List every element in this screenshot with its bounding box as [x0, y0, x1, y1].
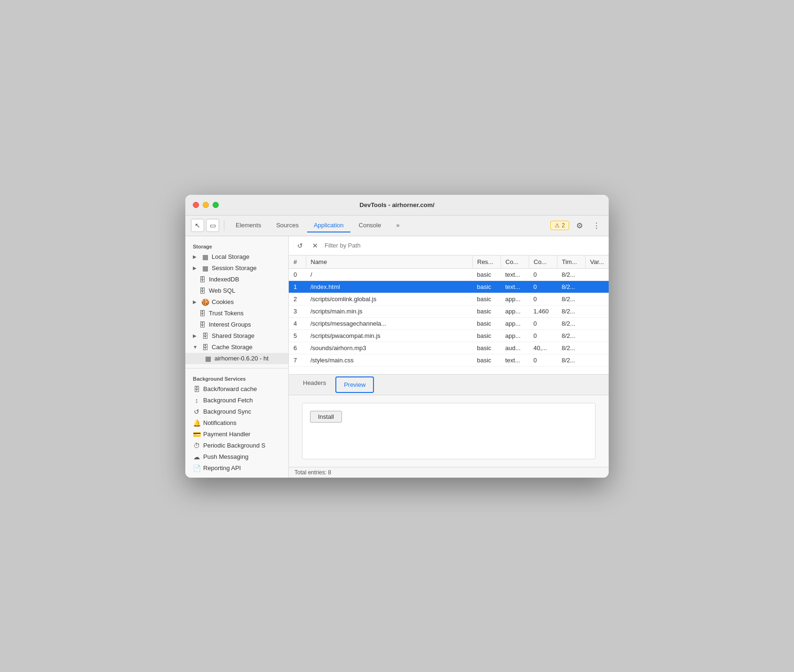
sidebar-item-label: Cache Storage: [212, 344, 253, 351]
preview-area: Install: [289, 395, 609, 467]
device-toolbar-button[interactable]: ▭: [206, 219, 219, 232]
sync-icon: ↺: [193, 408, 200, 416]
tab-sources[interactable]: Sources: [270, 219, 305, 232]
table-cell: 8/2...: [557, 317, 585, 329]
table-cell: /index.html: [306, 280, 472, 293]
table-cell: basic: [472, 280, 500, 293]
table-cell: 1,460: [529, 305, 557, 317]
col-header-tim[interactable]: Tim...: [557, 256, 585, 269]
sidebar-item-payment-handler[interactable]: 💳 Payment Handler: [185, 429, 288, 440]
table-cell: 8/2...: [557, 293, 585, 305]
cursor-icon: ↖: [195, 222, 200, 229]
col-header-co2[interactable]: Co...: [529, 256, 557, 269]
cache-table: # Name Res... Co... Co... Tim... Var... …: [289, 256, 609, 374]
sidebar-item-shared-storage[interactable]: ▶ 🗄 Shared Storage: [185, 330, 288, 342]
table-row[interactable]: 6/sounds/airhorn.mp3basicaud...40,...8/2…: [289, 342, 609, 354]
entries-table: # Name Res... Co... Co... Tim... Var... …: [289, 256, 609, 367]
db-icon: 🗄: [193, 385, 200, 393]
right-panel: ↺ ✕ # Name Res... Co... Co...: [289, 236, 609, 478]
table-cell: 4: [289, 317, 306, 329]
sidebar-item-background-sync[interactable]: ↺ Background Sync: [185, 406, 288, 417]
table-cell: aud...: [500, 342, 529, 354]
close-icon: ✕: [312, 242, 318, 249]
db-icon: 🗄: [198, 287, 206, 295]
col-header-num: #: [289, 256, 306, 269]
preview-content: Install: [302, 403, 596, 459]
warning-badge[interactable]: ⚠ 2: [550, 221, 569, 230]
table-cell: [585, 354, 609, 366]
table-cell: [585, 317, 609, 329]
table-cell: [585, 280, 609, 293]
table-row[interactable]: 4/scripts/messagechannela...basicapp...0…: [289, 317, 609, 329]
sidebar-item-notifications[interactable]: 🔔 Notifications: [185, 417, 288, 429]
table-cell: [585, 293, 609, 305]
table-row[interactable]: 0/basictext...08/2...: [289, 268, 609, 280]
sidebar-item-cache-storage[interactable]: ▼ 🗄 Cache Storage: [185, 342, 288, 353]
sidebar-item-background-fetch[interactable]: ↕ Background Fetch: [185, 395, 288, 406]
sidebar-item-reporting-api[interactable]: 📄 Reporting API: [185, 463, 288, 474]
tab-application[interactable]: Application: [307, 219, 350, 232]
sidebar-item-label: Trust Tokens: [209, 310, 244, 317]
tab-headers[interactable]: Headers: [294, 375, 334, 395]
sidebar-item-web-sql[interactable]: 🗄 Web SQL: [185, 285, 288, 296]
sidebar-item-cache-sub[interactable]: ▦ airhorner-0.6.20 - ht: [185, 353, 288, 364]
sidebar-item-trust-tokens[interactable]: 🗄 Trust Tokens: [185, 308, 288, 319]
cloud-icon: ☁: [193, 453, 200, 461]
install-button[interactable]: Install: [310, 411, 342, 423]
maximize-button[interactable]: [213, 202, 219, 208]
col-header-name[interactable]: Name: [306, 256, 472, 269]
sidebar-item-interest-groups[interactable]: 🗄 Interest Groups: [185, 319, 288, 330]
tab-preview[interactable]: Preview: [335, 376, 374, 393]
tab-more[interactable]: »: [389, 219, 406, 232]
table-cell: /scripts/messagechannela...: [306, 317, 472, 329]
total-entries-label: Total entries: 8: [294, 469, 331, 476]
sidebar-item-label: Local Storage: [212, 253, 249, 260]
tab-console[interactable]: Console: [352, 219, 388, 232]
more-options-button[interactable]: ⋮: [590, 219, 603, 232]
table-cell: 6: [289, 342, 306, 354]
sidebar-item-cookies[interactable]: ▶ 🍪 Cookies: [185, 296, 288, 308]
table-cell: basic: [472, 317, 500, 329]
table-row[interactable]: 5/scripts/pwacompat.min.jsbasicapp...08/…: [289, 329, 609, 342]
clear-button[interactable]: ✕: [310, 240, 321, 251]
table-cell: /: [306, 268, 472, 280]
inspect-element-button[interactable]: ↖: [191, 219, 204, 232]
sidebar-item-label: Shared Storage: [212, 332, 254, 339]
arrow-icon: ▼: [193, 344, 198, 350]
table-row[interactable]: 1/index.htmlbasictext...08/2...: [289, 280, 609, 293]
table-row[interactable]: 2/scripts/comlink.global.jsbasicapp...08…: [289, 293, 609, 305]
sidebar-item-label: Interest Groups: [209, 321, 251, 328]
filter-bar: ↺ ✕: [289, 236, 609, 256]
sidebar-item-backforward-cache[interactable]: 🗄 Back/forward cache: [185, 384, 288, 395]
table-row[interactable]: 3/scripts/main.min.jsbasicapp...1,4608/2…: [289, 305, 609, 317]
clock-icon: ⏱: [193, 442, 200, 449]
main-toolbar: ↖ ▭ Elements Sources Application Console…: [185, 216, 609, 236]
sidebar-item-local-storage[interactable]: ▶ ▦ Local Storage: [185, 251, 288, 263]
table-cell: 0: [529, 268, 557, 280]
col-header-co1[interactable]: Co...: [500, 256, 529, 269]
col-header-var[interactable]: Var...: [585, 256, 609, 269]
table-icon: ▦: [204, 355, 212, 362]
refresh-button[interactable]: ↺: [294, 240, 306, 251]
close-button[interactable]: [193, 202, 199, 208]
col-header-res[interactable]: Res...: [472, 256, 500, 269]
sidebar-item-periodic-bg-sync[interactable]: ⏱ Periodic Background S: [185, 440, 288, 451]
sidebar-item-session-storage[interactable]: ▶ ▦ Session Storage: [185, 263, 288, 274]
table-cell: app...: [500, 317, 529, 329]
table-row[interactable]: 7/styles/main.cssbasictext...08/2...: [289, 354, 609, 366]
tab-elements[interactable]: Elements: [229, 219, 268, 232]
sidebar-item-indexeddb[interactable]: 🗄 IndexedDB: [185, 274, 288, 285]
settings-button[interactable]: ⚙: [573, 219, 586, 232]
bottom-panel: Headers Preview Install: [289, 374, 609, 467]
fetch-icon: ↕: [193, 397, 200, 404]
minimize-button[interactable]: [203, 202, 209, 208]
sidebar-item-push-messaging[interactable]: ☁ Push Messaging: [185, 451, 288, 463]
sidebar-item-label: Web SQL: [209, 287, 235, 294]
bg-services-label: Background Services: [185, 372, 288, 384]
filter-input[interactable]: [325, 242, 603, 249]
table-cell: 8/2...: [557, 280, 585, 293]
table-cell: [585, 268, 609, 280]
sidebar-item-label: IndexedDB: [209, 276, 239, 283]
table-cell: text...: [500, 268, 529, 280]
arrow-icon: ▶: [193, 299, 198, 304]
